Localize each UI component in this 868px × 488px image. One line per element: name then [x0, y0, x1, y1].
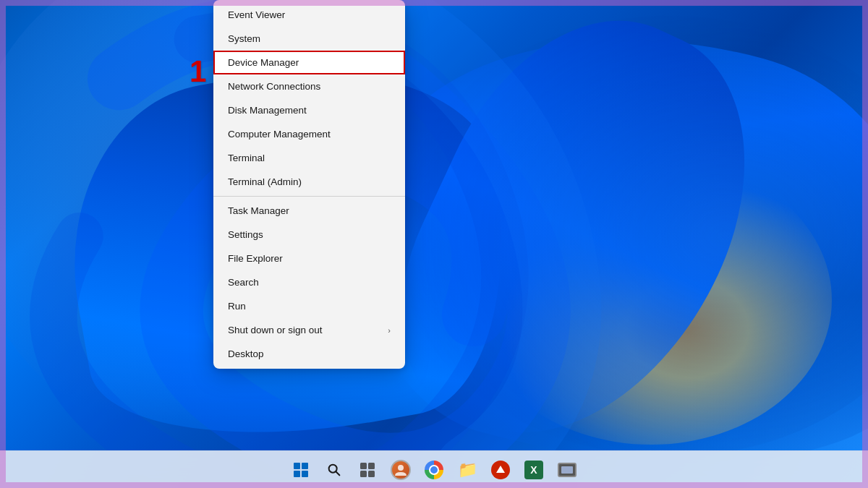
- menu-item-search[interactable]: Search: [213, 270, 405, 294]
- menu-item-run[interactable]: Run: [213, 294, 405, 318]
- menu-item-desktop[interactable]: Desktop: [213, 342, 405, 366]
- menu-item-device-manager[interactable]: Device Manager: [213, 51, 405, 74]
- menu-item-terminal-admin[interactable]: Terminal (Admin): [213, 170, 405, 194]
- menu-item-network-connections[interactable]: Network Connections: [213, 74, 405, 98]
- menu-item-label-settings: Settings: [228, 229, 263, 240]
- menu-item-system[interactable]: System: [213, 27, 405, 51]
- search-button[interactable]: [320, 455, 349, 484]
- menu-item-task-manager[interactable]: Task Manager: [213, 199, 405, 223]
- svg-rect-4: [368, 463, 375, 469]
- svg-rect-3: [360, 463, 367, 469]
- menu-item-label-system: System: [228, 33, 260, 44]
- svg-marker-8: [496, 466, 505, 473]
- chrome-button[interactable]: [420, 455, 448, 484]
- menu-item-label-disk-management: Disk Management: [228, 105, 307, 116]
- menu-item-label-task-manager: Task Manager: [228, 205, 289, 216]
- file-explorer-button[interactable]: 📁: [453, 455, 482, 484]
- start-button[interactable]: [286, 455, 315, 484]
- svg-rect-5: [360, 471, 367, 477]
- menu-item-event-viewer[interactable]: Event Viewer: [213, 3, 405, 27]
- app-icon-1-glyph: [495, 464, 506, 476]
- chrome-icon: [425, 461, 443, 479]
- menu-item-label-file-explorer: File Explorer: [228, 253, 283, 264]
- menu-item-computer-management[interactable]: Computer Management: [213, 122, 405, 146]
- avatar-icon: [393, 463, 408, 477]
- svg-rect-6: [368, 471, 375, 477]
- menu-item-terminal[interactable]: Terminal: [213, 146, 405, 170]
- app-button-1[interactable]: [486, 455, 515, 484]
- desktop: 1 Event ViewerSystemDevice ManagerNetwor…: [0, 0, 868, 488]
- menu-item-label-computer-management: Computer Management: [228, 129, 331, 140]
- menu-separator: [213, 196, 405, 197]
- menu-item-label-event-viewer: Event Viewer: [228, 9, 285, 20]
- app-icon-1: [491, 461, 510, 479]
- profile-avatar[interactable]: [386, 455, 415, 484]
- menu-item-label-network-connections: Network Connections: [228, 81, 320, 92]
- menu-item-disk-management[interactable]: Disk Management: [213, 98, 405, 122]
- menu-item-settings[interactable]: Settings: [213, 223, 405, 247]
- context-menu: Event ViewerSystemDevice ManagerNetwork …: [213, 0, 405, 369]
- step-number-annotation: 1: [190, 56, 206, 87]
- menu-item-label-desktop: Desktop: [228, 348, 264, 359]
- menu-item-label-device-manager: Device Manager: [228, 57, 299, 68]
- svg-line-2: [336, 471, 339, 475]
- menu-item-file-explorer[interactable]: File Explorer: [213, 247, 405, 270]
- menu-item-shut-down[interactable]: Shut down or sign out›: [213, 318, 405, 342]
- task-view-icon: [359, 462, 375, 478]
- menu-item-label-search: Search: [228, 277, 259, 288]
- svg-point-7: [398, 465, 404, 471]
- search-icon: [326, 462, 342, 478]
- wallpaper-swirls: [0, 0, 868, 488]
- avatar-circle: [391, 460, 411, 480]
- menu-item-label-run: Run: [228, 301, 246, 312]
- taskbar: 📁 X: [0, 450, 868, 488]
- app-button-2[interactable]: [553, 455, 582, 484]
- excel-button[interactable]: X: [519, 455, 548, 484]
- task-view-button[interactable]: [353, 455, 382, 484]
- menu-item-label-terminal: Terminal: [228, 153, 265, 163]
- menu-item-label-shut-down: Shut down or sign out: [228, 325, 323, 335]
- menu-item-label-terminal-admin: Terminal (Admin): [228, 176, 302, 187]
- excel-icon: X: [524, 461, 543, 479]
- wallpaper-svg: [0, 0, 868, 488]
- app-icon-2: [558, 463, 576, 477]
- windows-logo-icon: [294, 463, 308, 477]
- menu-item-arrow-shut-down: ›: [388, 326, 391, 335]
- folder-icon: 📁: [458, 461, 477, 479]
